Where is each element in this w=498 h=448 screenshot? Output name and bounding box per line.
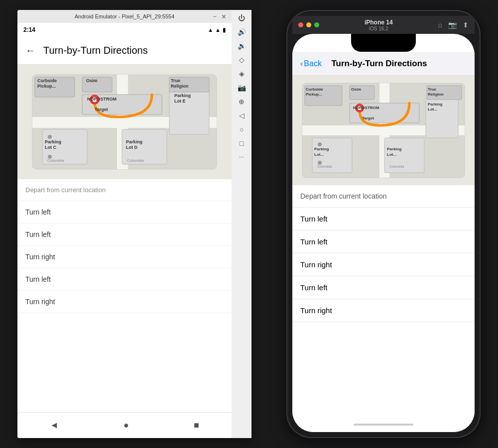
more-icon[interactable]: ··· [239, 153, 244, 160]
home-bar [354, 424, 413, 426]
recents-emulator-icon[interactable]: □ [240, 139, 244, 147]
svg-text:Columbia: Columbia [317, 165, 332, 168]
back-emulator-icon[interactable]: ◁ [239, 112, 245, 119]
iphone-title: iPhone 14 [365, 19, 393, 26]
svg-text:Parking: Parking [126, 139, 142, 144]
map-svg: Curbside Pickup... Osim True Religion NO… [17, 65, 232, 179]
home-nav-button[interactable]: ● [124, 420, 129, 431]
close-dot[interactable] [298, 22, 303, 27]
svg-text:Target: Target [95, 107, 108, 112]
recents-nav-button[interactable]: ■ [194, 420, 199, 431]
svg-text:Religion: Religion [171, 84, 189, 89]
android-screen: Android Emulator - Pixel_5_API_29:5554 −… [17, 10, 232, 438]
svg-point-28 [48, 135, 52, 139]
svg-text:Curbside: Curbside [37, 78, 57, 83]
ios-back-button[interactable]: ‹ Back [300, 59, 322, 68]
power-icon[interactable]: ⏻ [238, 14, 245, 22]
status-time: 2:14 [23, 26, 35, 33]
iphone-simulator: iPhone 14 iOS 16.2 ⌂ 📷 ⬆ ‹ Back Turn-by-… [286, 10, 481, 438]
maximize-dot[interactable] [314, 22, 319, 27]
direction-3: Turn right [17, 246, 232, 268]
home-icon[interactable]: ⌂ [438, 21, 442, 29]
fold-icon[interactable]: ◈ [239, 70, 245, 78]
svg-text:Osim: Osim [86, 78, 98, 83]
page-title: Turn-by-Turn Directions [43, 45, 148, 56]
android-appbar: ← Turn-by-Turn Directions [17, 37, 232, 65]
direction-4: Turn left [17, 268, 232, 291]
svg-text:Columbia: Columbia [127, 158, 144, 163]
svg-text:Pickup...: Pickup... [306, 92, 322, 97]
svg-text:Columbia: Columbia [47, 158, 64, 163]
svg-text:NORDSTROM: NORDSTROM [87, 97, 117, 102]
home-emulator-icon[interactable]: ○ [240, 125, 244, 133]
wifi-icon: ▲ [208, 27, 213, 33]
svg-text:Lot D: Lot D [126, 145, 137, 150]
svg-text:True: True [171, 78, 180, 83]
back-nav-button[interactable]: ◄ [50, 420, 59, 431]
android-navbar: ◄ ● ■ [17, 412, 232, 438]
direction-2: Turn left [17, 224, 232, 246]
ios-direction-3: Turn right [292, 253, 475, 276]
svg-text:True: True [428, 87, 436, 92]
svg-text:Parking: Parking [428, 102, 442, 107]
svg-point-59 [318, 161, 322, 165]
android-titlebar: Android Emulator - Pixel_5_API_29:5554 −… [17, 10, 232, 23]
back-button[interactable]: ← [25, 45, 35, 56]
iphone-home-indicator [292, 417, 475, 432]
android-map: Curbside Pickup... Osim True Religion NO… [17, 65, 232, 179]
svg-text:Lot C: Lot C [45, 145, 56, 150]
chevron-left-icon: ‹ [300, 59, 303, 68]
ios-map-svg: Curbside Pickup... Osim True Religion NO… [292, 76, 475, 185]
ios-map: Curbside Pickup... Osim True Religion NO… [292, 76, 475, 185]
svg-text:Target: Target [362, 116, 374, 120]
svg-text:Osim: Osim [351, 87, 361, 92]
direction-1: Turn left [17, 201, 232, 224]
ios-direction-4: Turn left [292, 276, 475, 299]
iphone-screen: ‹ Back Turn-by-Turn Directions [292, 34, 475, 432]
android-directions-list: Depart from current location Turn left T… [17, 179, 232, 412]
ios-page-title: Turn-by-Turn Directions [326, 59, 433, 69]
iphone-notch [351, 34, 416, 52]
svg-text:Lot...: Lot... [428, 107, 437, 112]
svg-text:Lot...: Lot... [387, 152, 396, 157]
window-controls [298, 22, 319, 27]
rotate-icon[interactable]: ◇ [239, 56, 245, 64]
svg-text:NORDSTROM: NORDSTROM [353, 106, 379, 110]
iphone-header-bar: iPhone 14 iOS 16.2 ⌂ 📷 ⬆ [292, 16, 475, 34]
svg-text:Lot E: Lot E [174, 99, 186, 104]
volume-down-icon[interactable]: 🔉 [238, 42, 246, 50]
screenshot-icon[interactable]: 📷 [448, 21, 457, 29]
svg-text:Lot...: Lot... [314, 152, 324, 157]
iphone-title-group: iPhone 14 iOS 16.2 [365, 19, 393, 31]
minimize-dot[interactable] [306, 22, 311, 27]
ios-direction-1: Turn left [292, 208, 475, 230]
close-icon[interactable]: ✕ [221, 13, 227, 20]
iphone-subtitle: iOS 16.2 [365, 26, 393, 31]
svg-text:Columbia: Columbia [389, 165, 404, 168]
android-sidebar: ⏻ 🔊 🔉 ◇ ◈ 📷 ⊕ ◁ ○ □ ··· [232, 10, 251, 438]
android-emulator: Android Emulator - Pixel_5_API_29:5554 −… [17, 10, 251, 438]
svg-text:Parking: Parking [387, 147, 401, 151]
svg-text:Pickup...: Pickup... [37, 84, 56, 89]
android-status-bar: 2:14 ▲ ▲ ▮ [17, 23, 232, 37]
ios-appbar: ‹ Back Turn-by-Turn Directions [292, 52, 475, 76]
zoom-icon[interactable]: ⊕ [239, 98, 245, 106]
minimize-icon[interactable]: − [213, 13, 217, 20]
svg-text:Parking: Parking [314, 147, 329, 151]
iphone-header-icons: ⌂ 📷 ⬆ [438, 21, 469, 29]
android-title-text: Android Emulator - Pixel_5_API_29:5554 [75, 13, 175, 19]
volume-up-icon[interactable]: 🔊 [238, 28, 246, 36]
ios-direction-depart: Depart from current location [292, 185, 475, 208]
direction-depart: Depart from current location [17, 179, 232, 201]
camera-icon[interactable]: 📷 [238, 84, 246, 92]
svg-point-58 [318, 142, 322, 146]
svg-text:Parking: Parking [174, 93, 191, 98]
share-icon[interactable]: ⬆ [463, 21, 469, 29]
ios-directions-list: Depart from current location Turn left T… [292, 185, 475, 417]
svg-text:Religion: Religion [428, 92, 444, 97]
battery-icon: ▮ [223, 27, 226, 33]
back-label[interactable]: Back [304, 59, 322, 68]
direction-5: Turn right [17, 291, 232, 313]
status-icons: ▲ ▲ ▮ [208, 27, 226, 33]
ios-direction-5: Turn right [292, 299, 475, 322]
